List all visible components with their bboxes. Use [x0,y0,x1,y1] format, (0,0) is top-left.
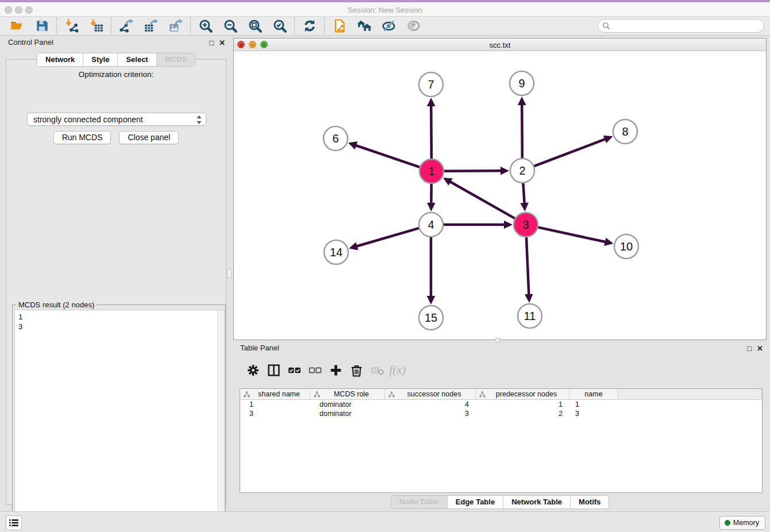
window-title: Session: New Session [0,6,770,14]
network-view-titlebar[interactable]: x – + scc.txt [234,38,766,51]
cell-successor-nodes[interactable]: 4 [385,400,476,409]
tab-node-table[interactable]: Node Table [391,496,448,508]
clone-network-button[interactable] [327,17,352,34]
memory-button[interactable]: Memory [719,516,765,530]
column-header-predecessor-nodes[interactable]: predecessor nodes [476,389,569,399]
result-scrollbar[interactable] [217,310,224,520]
graph-node-6[interactable]: 6 [324,126,348,151]
graph-node-15[interactable]: 15 [419,306,443,330]
attribute-type-icon [244,391,250,398]
task-history-button[interactable] [6,515,22,530]
tab-edge-table[interactable]: Edge Table [448,496,503,508]
run-mcds-button[interactable]: Run MCDS [53,131,111,144]
criterion-dropdown[interactable]: strongly connected component [27,113,206,126]
cell-MCDS-role[interactable]: dominator [310,400,385,409]
table-toolbar: f(x) [240,358,760,381]
refresh-button[interactable] [297,17,322,34]
columns-button[interactable] [265,361,282,379]
close-panel-icon[interactable]: ✕ [219,39,225,47]
graph-edge-3-1[interactable] [443,178,515,218]
graph-edge-1-7[interactable] [427,98,436,159]
graph-node-8[interactable]: 8 [613,119,637,144]
graph-edge-2-8[interactable] [534,136,613,167]
toggle-graphics-button[interactable] [376,17,401,34]
graph-node-2[interactable]: 2 [510,159,534,183]
import-network-button[interactable] [59,17,84,34]
graph-node-10[interactable]: 10 [614,234,638,259]
graph-edge-4-14[interactable] [349,228,419,250]
import-table-button[interactable] [84,17,109,34]
column-header-MCDS-role[interactable]: MCDS role [310,389,385,399]
mcds-result-text[interactable]: 1 3 [14,310,225,521]
graph-edge-2-9[interactable] [518,97,526,158]
cell-MCDS-role[interactable]: dominator [310,409,385,418]
close-panel-button[interactable]: Close panel [119,131,179,144]
zoom-selected-icon [272,18,287,33]
cell-predecessor-nodes[interactable]: 1 [476,400,569,409]
tab-select[interactable]: Select [118,53,156,66]
cell-predecessor-nodes[interactable]: 2 [476,409,569,418]
column-header-successor-nodes[interactable]: successor nodes [385,389,476,399]
graph-edge-1-4[interactable] [427,184,436,211]
tab-network-table[interactable]: Network Table [503,496,571,508]
control-panel: Control Panel □ ✕ NetworkStyleSelectMCDS… [3,38,229,507]
table-row-1[interactable]: 1dominator411 [240,400,762,409]
network-view-title: scc.txt [234,41,766,49]
home-button[interactable] [352,17,376,34]
tab-network[interactable]: Network [37,53,83,66]
zoom-fit-icon [248,18,263,33]
search-input[interactable] [613,21,764,31]
select-all-button[interactable] [286,361,303,379]
export-network-button[interactable] [114,17,138,34]
graph-node-1[interactable]: 1 [419,159,444,183]
delete-column-button[interactable] [348,361,365,379]
zoom-fit-button[interactable] [242,17,267,34]
export-image-button[interactable] [163,17,188,34]
cell-shared-name[interactable]: 3 [240,409,310,418]
save-session-button[interactable] [29,17,54,34]
export-table-button[interactable] [138,17,163,34]
table-row-2[interactable]: 3dominator323 [240,409,762,418]
horizontal-splitter-handle[interactable] [495,338,500,342]
graph-node-7[interactable]: 7 [419,72,443,97]
graph-edge-3-10[interactable] [538,228,613,246]
tab-motifs[interactable]: Motifs [571,496,609,508]
float-table-panel-icon[interactable]: □ [747,345,752,352]
graph-edge-4-15[interactable] [427,237,436,304]
graph-edge-1-2[interactable] [444,167,509,175]
tab-mcds[interactable]: MCDS [157,53,195,66]
cell-shared-name[interactable]: 1 [240,400,310,409]
column-header-shared-name[interactable]: shared name [240,389,310,399]
tab-style[interactable]: Style [83,53,118,66]
graph-node-4[interactable]: 4 [419,213,443,237]
column-header-name[interactable]: name [569,389,618,399]
graph-edge-1-6[interactable] [348,141,419,167]
table-panel: Table Panel □ ✕ f(x) shared nameMCDS rol… [233,344,767,510]
search-box[interactable] [598,19,764,33]
vertical-splitter-handle[interactable] [227,269,232,278]
deselect-all-button[interactable] [306,361,324,379]
graph-node-3[interactable]: 3 [514,213,538,237]
zoom-in-button[interactable] [193,17,218,34]
graph-edge-4-3[interactable] [444,221,513,229]
zoom-selected-button[interactable] [267,17,292,34]
close-table-panel-icon[interactable]: ✕ [757,345,763,352]
svg-text:7: 7 [428,78,434,91]
mcds-result-title: MCDS result (2 nodes) [16,300,97,309]
zoom-out-button[interactable] [218,17,242,34]
graph-edge-3-11[interactable] [525,237,533,303]
graph-node-14[interactable]: 14 [324,240,348,264]
gear-button[interactable] [244,361,261,379]
graph-edge-2-3[interactable] [520,183,529,211]
cell-name[interactable]: 1 [569,400,618,409]
cell-name[interactable]: 3 [569,409,618,418]
open-file-button[interactable] [5,17,29,34]
export-table-icon [144,18,159,33]
graph-node-11[interactable]: 11 [518,304,542,328]
float-panel-icon[interactable]: □ [209,39,214,47]
network-canvas[interactable]: 7968124314101511 [234,51,766,340]
add-column-button[interactable] [327,361,344,379]
cell-successor-nodes[interactable]: 3 [385,409,476,418]
toolbar-icon-groups [5,17,426,34]
graph-node-9[interactable]: 9 [510,71,534,95]
